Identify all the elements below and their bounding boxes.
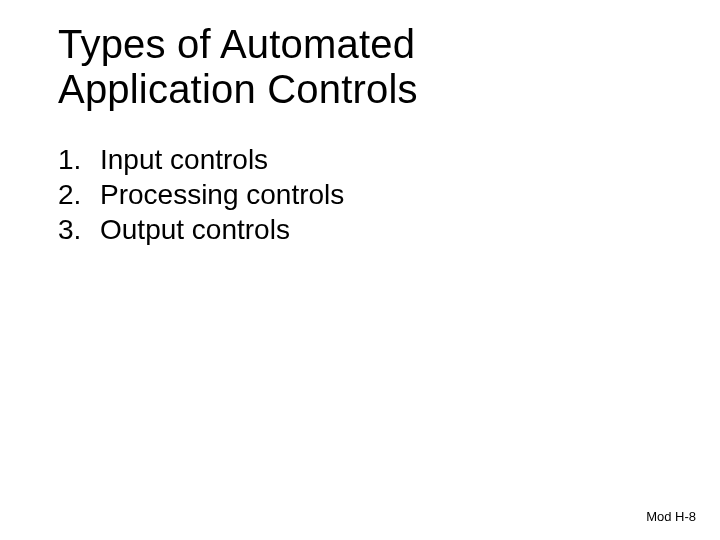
list-item: 2. Processing controls — [58, 177, 344, 212]
slide-footer: Mod H-8 — [646, 509, 696, 524]
slide-title: Types of Automated Application Controls — [58, 22, 418, 112]
list-item-label: Processing controls — [92, 177, 344, 212]
list-item-label: Input controls — [92, 142, 268, 177]
title-line-2: Application Controls — [58, 67, 418, 112]
list-item-number: 2. — [58, 177, 92, 212]
title-line-1: Types of Automated — [58, 22, 418, 67]
list-item: 1. Input controls — [58, 142, 344, 177]
slide: Types of Automated Application Controls … — [0, 0, 720, 540]
ordered-list: 1. Input controls 2. Processing controls… — [58, 142, 344, 247]
list-item-number: 1. — [58, 142, 92, 177]
list-item-number: 3. — [58, 212, 92, 247]
list-item: 3. Output controls — [58, 212, 344, 247]
list-item-label: Output controls — [92, 212, 290, 247]
